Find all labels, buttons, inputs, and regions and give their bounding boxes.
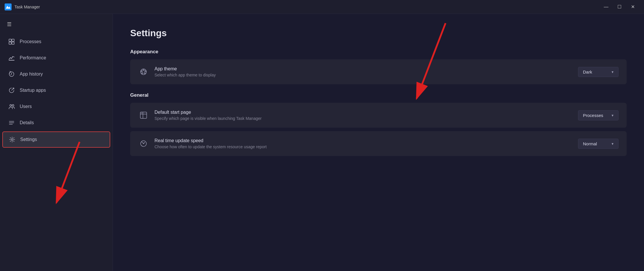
app-icon (5, 3, 12, 10)
svg-rect-2 (9, 39, 11, 41)
svg-rect-6 (9, 60, 14, 61)
app-theme-content: App theme Select which app theme to disp… (154, 66, 572, 77)
svg-rect-4 (9, 42, 11, 44)
sidebar-item-startup-apps[interactable]: Startup apps (2, 83, 110, 98)
maximize-button[interactable]: ☐ (613, 2, 626, 12)
app-theme-card: App theme Select which app theme to disp… (130, 59, 627, 84)
appearance-section-title: Appearance (130, 49, 627, 55)
svg-rect-5 (12, 42, 14, 44)
real-time-update-title: Real time update speed (154, 138, 572, 143)
hamburger-icon: ☰ (7, 21, 12, 28)
processes-icon (8, 38, 15, 45)
sidebar-item-details[interactable]: Details (2, 115, 110, 130)
default-start-page-dropdown-value: Processes (583, 113, 603, 118)
titlebar: Task Manager — ☐ ✕ (0, 0, 644, 14)
chevron-down-icon-2: ▾ (612, 113, 614, 118)
chevron-down-icon-3: ▾ (612, 142, 614, 146)
svg-point-17 (145, 71, 146, 72)
titlebar-controls: — ☐ ✕ (599, 2, 639, 12)
startup-apps-icon (8, 87, 15, 94)
real-time-update-desc: Choose how often to update the system re… (154, 144, 572, 149)
default-start-page-title: Default start page (154, 110, 572, 115)
default-start-page-desc: Specify which page is visible when launc… (154, 116, 572, 121)
close-button[interactable]: ✕ (626, 2, 639, 12)
hamburger-button[interactable]: ☰ (2, 17, 16, 31)
users-icon (8, 103, 15, 110)
sidebar-item-label-performance: Performance (20, 55, 46, 61)
sidebar-item-users[interactable]: Users (2, 99, 110, 114)
titlebar-left: Task Manager (5, 3, 40, 10)
app-theme-title: App theme (154, 66, 572, 72)
real-time-update-dropdown[interactable]: Normal ▾ (578, 139, 619, 149)
theme-icon (138, 67, 149, 77)
settings-icon (9, 136, 16, 143)
default-start-page-card: Default start page Specify which page is… (130, 103, 627, 128)
titlebar-app-name: Task Manager (14, 5, 40, 9)
svg-point-26 (143, 143, 144, 144)
sidebar-item-label-settings: Settings (20, 137, 37, 142)
app-theme-dropdown-value: Dark (583, 69, 592, 74)
chevron-down-icon: ▾ (612, 70, 614, 74)
svg-point-18 (144, 73, 145, 74)
content-area: Settings Appearance App theme (113, 14, 644, 271)
update-speed-icon (138, 138, 149, 149)
svg-line-8 (12, 88, 14, 90)
sidebar-item-label-app-history: App history (20, 72, 43, 77)
main-layout: ☰ Processes Performance (0, 14, 644, 271)
svg-point-19 (142, 73, 143, 74)
start-page-icon (138, 110, 149, 120)
real-time-update-dropdown-value: Normal (583, 141, 597, 146)
svg-rect-24 (141, 113, 142, 113)
appearance-section: Appearance App theme Select which app (130, 49, 627, 84)
svg-point-20 (141, 71, 142, 72)
app-theme-dropdown[interactable]: Dark ▾ (578, 67, 619, 77)
app-history-icon (8, 71, 15, 78)
svg-point-16 (143, 69, 144, 71)
svg-point-14 (11, 139, 13, 140)
sidebar-item-label-processes: Processes (20, 39, 41, 44)
sidebar-item-label-details: Details (20, 120, 34, 125)
page-title: Settings (130, 28, 627, 39)
sidebar-item-settings[interactable]: Settings (2, 131, 110, 148)
general-section: General Default start page Specify which… (130, 92, 627, 156)
real-time-update-card: Real time update speed Choose how often … (130, 131, 627, 156)
real-time-update-content: Real time update speed Choose how often … (154, 138, 572, 149)
default-start-page-content: Default start page Specify which page is… (154, 110, 572, 121)
minimize-button[interactable]: — (599, 2, 613, 12)
details-icon (8, 119, 15, 126)
general-section-title: General (130, 92, 627, 98)
sidebar-item-label-startup-apps: Startup apps (20, 88, 46, 93)
app-theme-desc: Select which app theme to display (154, 73, 572, 77)
sidebar: ☰ Processes Performance (0, 14, 113, 271)
default-start-page-dropdown[interactable]: Processes ▾ (578, 110, 619, 120)
svg-point-10 (12, 105, 14, 106)
performance-icon (8, 54, 15, 61)
sidebar-item-performance[interactable]: Performance (2, 50, 110, 65)
svg-point-9 (10, 105, 12, 106)
sidebar-item-processes[interactable]: Processes (2, 34, 110, 49)
sidebar-item-app-history[interactable]: App history (2, 67, 110, 82)
sidebar-item-label-users: Users (20, 104, 32, 109)
svg-rect-3 (12, 39, 14, 41)
